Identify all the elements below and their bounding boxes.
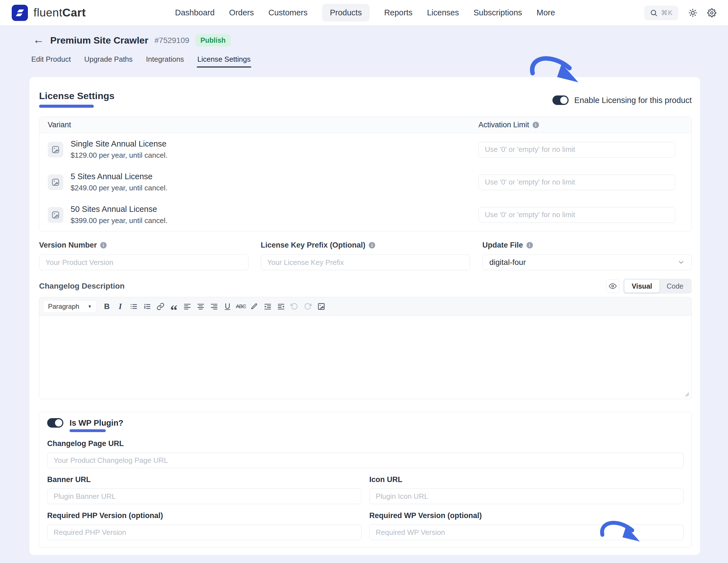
chevron-down-icon <box>677 259 685 266</box>
banner-url-input[interactable] <box>47 488 361 504</box>
editor-mode-code[interactable]: Code <box>659 280 691 293</box>
required-wp-version-input[interactable] <box>369 524 684 540</box>
caret-down-icon: ▼ <box>88 304 92 309</box>
info-icon[interactable]: i <box>533 122 539 128</box>
main-nav: Dashboard Orders Customers Products Repo… <box>175 4 555 21</box>
changelog-page-url-label: Changelog Page URL <box>47 439 684 448</box>
nav-item-more[interactable]: More <box>537 4 555 21</box>
tab-edit-product[interactable]: Edit Product <box>31 55 71 68</box>
variant-name: 50 Sites Annual License <box>71 205 167 214</box>
nav-item-reports[interactable]: Reports <box>384 4 413 21</box>
nav-item-subscriptions[interactable]: Subscriptions <box>473 4 522 21</box>
editor-toolbar: Paragraph ▼ B I <box>39 297 691 316</box>
align-left-icon <box>183 303 191 310</box>
tab-upgrade-paths[interactable]: Upgrade Paths <box>84 55 133 68</box>
activation-limit-column-header: Activation Limit <box>478 121 529 129</box>
highlighter-button[interactable] <box>248 301 260 312</box>
info-icon[interactable]: i <box>369 242 375 248</box>
theme-toggle-button[interactable] <box>688 8 697 17</box>
outdent-button[interactable] <box>275 301 287 312</box>
enable-licensing-toggle[interactable] <box>552 95 569 105</box>
section-title: License Settings <box>39 90 114 101</box>
table-row: 50 Sites Annual License $399.00 per year… <box>39 198 691 231</box>
align-center-button[interactable] <box>195 301 207 312</box>
back-button[interactable]: ← <box>33 34 44 45</box>
nav-item-orders[interactable]: Orders <box>229 4 254 21</box>
gear-icon <box>707 8 716 17</box>
version-number-input[interactable] <box>39 255 248 270</box>
license-settings-page: fluentCart Dashboard Orders Customers Pr… <box>0 0 728 563</box>
resize-handle[interactable] <box>684 391 689 397</box>
nav-item-dashboard[interactable]: Dashboard <box>175 4 215 21</box>
required-php-version-input[interactable] <box>47 524 361 540</box>
italic-icon: I <box>119 302 122 311</box>
icon-url-input[interactable] <box>369 488 684 504</box>
variant-price: $399.00 per year, until cancel. <box>71 216 167 225</box>
search-shortcut: ⌘K <box>661 9 673 17</box>
is-wp-plugin-toggle[interactable] <box>47 418 63 428</box>
info-icon[interactable]: i <box>100 242 107 248</box>
align-center-icon <box>197 303 205 310</box>
paragraph-style-select[interactable]: Paragraph ▼ <box>43 300 97 313</box>
enable-licensing-label: Enable Licensing for this product <box>574 96 692 105</box>
icon-url-field: Icon URL <box>369 468 684 504</box>
page-title: Premium Site Crawler <box>50 35 148 46</box>
update-file-value: digital-four <box>489 258 526 267</box>
variant-price: $249.00 per year, until cancel. <box>71 184 167 192</box>
bold-icon: B <box>104 302 110 311</box>
update-file-select[interactable]: digital-four <box>482 255 692 270</box>
search-icon <box>650 9 658 17</box>
ordered-list-button[interactable] <box>141 301 153 312</box>
version-number-field: Version Numberi <box>39 241 248 270</box>
link-icon <box>157 303 164 310</box>
product-id: #7529109 <box>154 36 189 45</box>
nav-item-licenses[interactable]: Licenses <box>427 4 459 21</box>
editor-mode-visual[interactable]: Visual <box>624 280 659 293</box>
icon-url-label: Icon URL <box>369 475 684 484</box>
bullet-list-button[interactable] <box>128 301 140 312</box>
top-actions: ⌘K <box>644 6 716 20</box>
section-title-block: License Settings <box>39 90 114 108</box>
blockquote-button[interactable]: “ <box>168 301 180 312</box>
blockquote-icon: “ <box>170 309 178 312</box>
highlighter-icon <box>251 303 258 310</box>
redo-button[interactable] <box>302 301 314 312</box>
link-button[interactable] <box>155 301 166 312</box>
indent-button[interactable] <box>262 301 274 312</box>
fluentcart-logo[interactable]: fluentCart <box>12 5 86 21</box>
strikethrough-button[interactable]: ABC <box>235 301 247 312</box>
version-number-label: Version Number <box>39 241 97 250</box>
nav-item-products[interactable]: Products <box>322 4 370 21</box>
insert-image-button[interactable] <box>315 301 327 312</box>
update-file-label: Update File <box>482 241 523 250</box>
update-file-field: Update Filei digital-four <box>482 241 692 270</box>
bold-button[interactable]: B <box>101 301 113 312</box>
variant-image-placeholder-icon <box>48 142 63 157</box>
changelog-editor-content[interactable] <box>39 316 691 399</box>
settings-button[interactable] <box>707 8 716 17</box>
align-right-button[interactable] <box>208 301 220 312</box>
changelog-page-url-input[interactable] <box>47 452 684 468</box>
status-badge: Publish <box>195 34 231 47</box>
italic-button[interactable]: I <box>114 301 126 312</box>
editor-mode-switch: Visual Code <box>623 279 692 294</box>
license-key-prefix-input[interactable] <box>261 255 470 270</box>
outdent-icon <box>277 303 285 310</box>
activation-limit-input[interactable] <box>478 174 675 190</box>
search-button[interactable]: ⌘K <box>644 6 678 20</box>
undo-button[interactable] <box>289 301 300 312</box>
nav-item-customers[interactable]: Customers <box>269 4 308 21</box>
info-icon[interactable]: i <box>526 242 533 248</box>
license-key-prefix-label: License Key Prefix (Optional) <box>261 241 365 250</box>
align-left-button[interactable] <box>181 301 193 312</box>
changelog-description-label: Changelog Description <box>39 282 124 291</box>
tab-integrations[interactable]: Integrations <box>146 55 184 68</box>
tab-license-settings[interactable]: License Settings <box>197 55 251 68</box>
activation-limit-input[interactable] <box>478 207 675 223</box>
wp-plugin-section: Is WP Plugin? Changelog Page URL Banner … <box>39 412 692 548</box>
underline-button[interactable]: U <box>222 301 233 312</box>
fluentcart-logo-icon <box>12 5 28 21</box>
activation-limit-input[interactable] <box>478 142 675 157</box>
strikethrough-icon: ABC <box>236 303 246 310</box>
preview-button[interactable] <box>606 279 619 293</box>
